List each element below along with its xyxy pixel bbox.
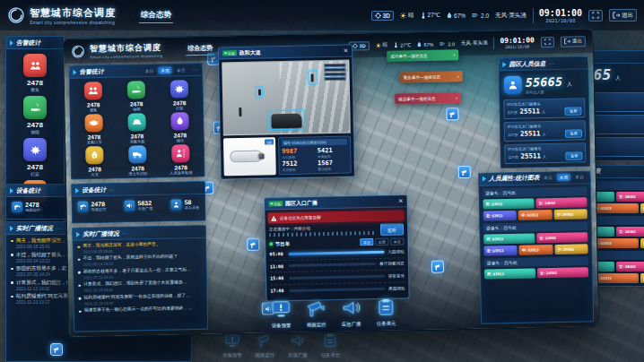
broadcast-message[interactable]: 我满世界于先一颗心赶展示一点的不可比的薄雾情绪，… — [79, 306, 203, 314]
mode-3d-toggle[interactable]: 3D — [371, 11, 394, 21]
more-icon[interactable]: ⋯ — [192, 66, 198, 73]
more-icon[interactable]: ⋯ — [548, 60, 554, 66]
close-icon[interactable]: ✕ — [344, 47, 349, 54]
alarm-tile-smoking[interactable]: 2478抽烟 — [116, 81, 158, 112]
people-counter-icon — [504, 76, 522, 94]
dock-emergency-broadcast[interactable]: 应急广播 — [341, 298, 361, 327]
view-button[interactable]: 查看 — [565, 107, 582, 115]
camera-attr-group: 摄像头：四号岗 男63913 女24062 — [484, 256, 588, 279]
broadcast-message[interactable]: 阁主，我当鄙弃深宫，这是小辈的声音。2021-06-15 15:41 — [77, 241, 201, 254]
background-dock: 设备预警 视频监控 应急广播 任务单元 — [222, 333, 340, 358]
thermometer-icon — [421, 12, 426, 19]
view-button[interactable]: 查看 — [565, 129, 582, 137]
alarm-tile[interactable]: 2478 聚集 — [23, 54, 47, 92]
tab-today[interactable]: 本日 — [143, 66, 157, 73]
playlist-tab-today[interactable]: 本日 — [360, 238, 373, 246]
toast-success[interactable]: 成功事件—描述信息› — [387, 49, 458, 62]
device-stat-units[interactable]: 58单兵设备 — [171, 199, 200, 211]
tab-week[interactable]: 本周 — [557, 174, 571, 181]
alarm-tile[interactable]: 2478 抽烟 — [23, 96, 47, 134]
female-chip[interactable]: 女24062 — [616, 262, 644, 272]
male-chip[interactable]: 男63913 — [483, 233, 535, 244]
view-button[interactable]: 查看 — [566, 151, 583, 159]
alarm-tile-boundary[interactable]: 2478人员越界检测 — [160, 144, 202, 176]
tab-today[interactable]: 本日 — [541, 174, 555, 181]
toast-error[interactable]: 错误事件—描述信息› — [395, 92, 461, 104]
detection-box — [309, 70, 318, 84]
broadcast-message[interactable]: 计算形式，我幻想江，恨到头晕了里面个大设置健选…2021-11-13 14:02 — [78, 280, 202, 293]
alarm-tile-no-mask[interactable]: 2478未戴口罩 — [73, 114, 115, 145]
map-camera-marker[interactable] — [247, 238, 259, 251]
youth-chip[interactable]: 少24062 — [640, 273, 644, 283]
dock-device-alerts[interactable]: 设备预警 — [271, 300, 292, 329]
youth-chip[interactable]: 少24062 — [640, 238, 644, 248]
adult-chip[interactable]: 中63913 — [518, 210, 553, 220]
logout-button[interactable]: 退出 — [609, 9, 637, 22]
device-stat-speakers[interactable]: 5632应急广播 — [124, 200, 152, 211]
alarm-tile[interactable]: 2478 打架 — [23, 138, 47, 177]
alarm-tile-truck[interactable]: 2478渣土车识别 — [117, 145, 159, 177]
more-icon[interactable]: ⋯ — [122, 230, 128, 237]
gate-counter-row[interactable]: IPG东北大门摄像头 实时数25511人查看 — [504, 142, 586, 164]
female-chip[interactable]: 女24062 — [536, 232, 587, 243]
flame-icon — [85, 146, 103, 164]
dock-task-units[interactable]: 任务单元 — [376, 298, 396, 327]
alarm-tile-crowd[interactable]: 2478聚集 — [73, 82, 115, 113]
male-chip[interactable]: 男63913 — [483, 198, 534, 209]
map-camera-marker[interactable] — [50, 343, 63, 356]
broadcast-message[interactable]: 站列房铺重约“阿尼马赛斯”一台自己实现的业绩，想了…2021-11-23 13:… — [78, 293, 202, 306]
listen-button[interactable]: 监听 — [380, 223, 404, 236]
wind-icon — [439, 41, 446, 46]
playlist-tab-month[interactable]: 本月 — [390, 237, 404, 245]
device-stat-cameras[interactable]: 2478视频监控 — [77, 201, 106, 212]
dock-video-monitoring[interactable]: 视频监控 — [306, 299, 326, 328]
toast-warning[interactable]: 警告事件—描述信息› — [400, 71, 463, 82]
more-icon[interactable]: ⋯ — [109, 186, 115, 193]
gate-counter-row[interactable]: IPG东北大门摄像头 实时数25511人查看 — [504, 120, 586, 142]
tab-month[interactable]: 本月 — [572, 173, 587, 180]
adult-chip[interactable]: 中63913 — [592, 203, 639, 213]
youth-chip[interactable]: 少24062 — [554, 244, 588, 254]
male-chip[interactable]: 男63913 — [484, 268, 535, 279]
more-icon[interactable]: ⋯ — [56, 225, 62, 231]
youth-chip[interactable]: 少24062 — [553, 209, 587, 220]
female-chip[interactable]: 女24062 — [616, 227, 644, 237]
female-chip[interactable]: 女24062 — [616, 192, 644, 202]
alarm-tile-fire[interactable]: 2478火灾 — [74, 146, 116, 177]
alarm-tile-fight[interactable]: 2478打架 — [159, 80, 201, 111]
broadcast-message[interactable]: 那些的古枝堆不多，老子只要这点儿一些，正要之气短…2021-07-20 14:2… — [78, 267, 202, 280]
camera-device-photo[interactable]: 2张 — [223, 137, 276, 176]
map-camera-marker[interactable] — [431, 260, 444, 272]
camera-device-illustration — [230, 151, 262, 163]
map-camera-marker[interactable] — [446, 108, 458, 120]
adult-chip[interactable]: 中63913 — [519, 245, 553, 255]
female-chip[interactable]: 女24062 — [535, 197, 587, 208]
alarm-panel-title: 告警统计 — [16, 39, 40, 47]
clock: 09:01:00 2021/10/08 — [493, 36, 535, 49]
map-camera-marker[interactable] — [458, 166, 471, 178]
fullscreen-button[interactable] — [541, 36, 554, 47]
logout-button[interactable]: 退出 — [561, 36, 586, 47]
camera-attr-group: 摄像头：四号岗 男63913 女24062 老63913 中63913 少240… — [483, 221, 588, 255]
close-icon[interactable]: ✕ — [398, 198, 404, 204]
alert-banner[interactable]: 设备信息热点预警提醒 — [268, 210, 405, 223]
elderly-chip[interactable]: 老63913 — [483, 246, 518, 256]
tab-week[interactable]: 本周 — [158, 66, 172, 73]
photos-count-tag[interactable]: 2张 — [265, 139, 274, 144]
female-chip[interactable]: 女24062 — [537, 267, 588, 278]
adult-chip[interactable]: 中63913 — [592, 273, 639, 283]
tab-overview[interactable]: 综合态势 — [186, 42, 214, 56]
tab-month[interactable]: 本月 — [174, 66, 188, 73]
adult-chip[interactable]: 中63913 — [592, 238, 639, 248]
youth-chip[interactable]: 少24062 — [640, 203, 644, 213]
logout-icon — [564, 39, 570, 45]
alarm-tile-smoke-fire[interactable]: 2478烟火 — [159, 112, 201, 143]
broadcast-message[interactable]: 不过，我结婚了摇头，居然这样子白不白的问题？2021-03-14 13:23 — [78, 254, 202, 267]
playlist-tab-week[interactable]: 本周 — [375, 238, 388, 246]
fullscreen-button[interactable] — [588, 10, 603, 22]
gate-counter-row[interactable]: IPG东北大门摄像头 实时数25511人查看 — [503, 98, 585, 119]
elderly-chip[interactable]: 老63913 — [483, 211, 518, 221]
alarm-tile-no-helmet[interactable]: 2478未戴头盔 — [116, 113, 158, 144]
camera-video-feed[interactable] — [222, 60, 351, 136]
tab-overview[interactable]: 综合态势 — [139, 8, 173, 23]
